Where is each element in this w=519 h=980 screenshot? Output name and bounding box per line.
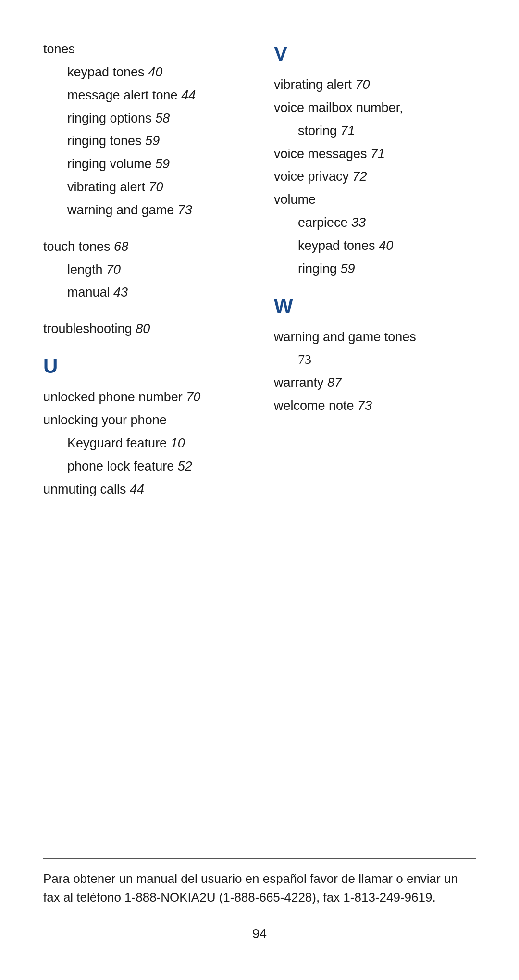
manual-entry: manual 43 <box>43 282 245 303</box>
warning-game-label: warning and game <box>67 203 178 217</box>
troubleshooting-entry: troubleshooting 80 <box>43 318 245 339</box>
vibrating-alert-entry: vibrating alert 70 <box>274 74 476 95</box>
voice-mailbox-entry: voice mailbox number, <box>274 97 476 118</box>
warning-game-tones-page: 73 <box>298 352 311 367</box>
warning-game-tones-label: warning and game tones <box>274 330 416 344</box>
ringing-right-entry: ringing 59 <box>274 258 476 279</box>
unmuting-calls-page: 44 <box>130 482 144 496</box>
touch-tones-label: touch tones <box>43 239 114 254</box>
ringing-options-entry: ringing options 58 <box>43 108 245 129</box>
page-number: 94 <box>43 927 476 942</box>
voice-messages-label: voice messages <box>274 147 371 161</box>
manual-label: manual <box>67 285 113 299</box>
voice-mailbox-label: voice mailbox number, <box>274 100 403 115</box>
touch-tones-entry: touch tones 68 <box>43 236 245 257</box>
storing-page: 71 <box>341 124 355 138</box>
touch-tones-page: 68 <box>114 239 128 254</box>
vibrating-alert-left-label: vibrating alert <box>67 180 149 194</box>
section-v-header: V <box>274 42 476 65</box>
voice-messages-page: 71 <box>371 147 385 161</box>
phone-lock-label: phone lock feature <box>67 459 178 473</box>
right-column: V vibrating alert 70 voice mailbox numbe… <box>274 38 476 515</box>
earpiece-label: earpiece <box>298 215 351 230</box>
ringing-tones-label: ringing tones <box>67 134 145 148</box>
section-w-header: W <box>274 295 476 318</box>
message-alert-tone-page: 44 <box>181 88 196 102</box>
earpiece-entry: earpiece 33 <box>274 212 476 233</box>
footer-text: Para obtener un manual del usuario en es… <box>43 869 476 907</box>
two-column-layout: tones keypad tones 40 message alert tone… <box>43 38 476 515</box>
ringing-tones-page: 59 <box>145 134 160 148</box>
warning-game-entry: warning and game 73 <box>43 199 245 221</box>
keypad-tones-right-entry: keypad tones 40 <box>274 235 476 256</box>
ringing-right-page: 59 <box>341 261 355 276</box>
voice-privacy-entry: voice privacy 72 <box>274 166 476 187</box>
ringing-volume-entry: ringing volume 59 <box>43 153 245 174</box>
unmuting-calls-label: unmuting calls <box>43 482 130 496</box>
unlocked-phone-page: 70 <box>186 390 200 404</box>
section-w: W warning and game tones 73 warranty 87 … <box>274 295 476 416</box>
vibrating-alert-left-entry: vibrating alert 70 <box>43 176 245 198</box>
tones-section: tones keypad tones 40 message alert tone… <box>43 38 245 221</box>
troubleshooting-label: troubleshooting <box>43 322 136 336</box>
tones-label: tones <box>43 42 75 56</box>
unlocking-phone-label: unlocking your phone <box>43 413 167 427</box>
storing-entry: storing 71 <box>274 120 476 141</box>
manual-page: 43 <box>113 285 128 299</box>
phone-lock-page: 52 <box>178 459 192 473</box>
ringing-tones-entry: ringing tones 59 <box>43 130 245 151</box>
warranty-page: 87 <box>327 375 342 390</box>
welcome-note-page: 73 <box>358 398 372 413</box>
troubleshooting-page: 80 <box>136 322 150 336</box>
footer-area: Para obtener un manual del usuario en es… <box>43 858 476 942</box>
tones-header-entry: tones <box>43 38 245 60</box>
keypad-tones-label: keypad tones <box>67 65 148 79</box>
vibrating-alert-page: 70 <box>356 77 370 92</box>
warning-game-tones-page-entry: 73 <box>274 349 476 370</box>
length-entry: length 70 <box>43 259 245 280</box>
length-label: length <box>67 262 106 277</box>
ringing-options-page: 58 <box>155 111 170 125</box>
welcome-note-entry: welcome note 73 <box>274 395 476 416</box>
vibrating-alert-label: vibrating alert <box>274 77 356 92</box>
message-alert-tone-label: message alert tone <box>67 88 181 102</box>
unlocking-phone-entry: unlocking your phone <box>43 409 245 431</box>
earpiece-page: 33 <box>351 215 366 230</box>
ringing-options-label: ringing options <box>67 111 155 125</box>
welcome-note-label: welcome note <box>274 398 358 413</box>
keypad-tones-right-page: 40 <box>379 238 393 253</box>
footer-divider-top <box>43 858 476 859</box>
section-u: U unlocked phone number 70 unlocking you… <box>43 355 245 499</box>
storing-label: storing <box>298 124 341 138</box>
volume-label: volume <box>274 192 316 207</box>
ringing-right-label: ringing <box>298 261 341 276</box>
keypad-tones-right-label: keypad tones <box>298 238 379 253</box>
ringing-volume-page: 59 <box>155 157 170 171</box>
voice-messages-entry: voice messages 71 <box>274 143 476 164</box>
unmuting-calls-entry: unmuting calls 44 <box>43 479 245 500</box>
volume-header-entry: volume <box>274 189 476 210</box>
left-column: tones keypad tones 40 message alert tone… <box>43 38 245 515</box>
warranty-label: warranty <box>274 375 327 390</box>
warranty-entry: warranty 87 <box>274 372 476 393</box>
length-page: 70 <box>106 262 121 277</box>
unlocked-phone-entry: unlocked phone number 70 <box>43 386 245 408</box>
warning-game-tones-entry: warning and game tones <box>274 326 476 347</box>
keyguard-label: Keyguard feature <box>67 436 171 450</box>
keypad-tones-entry: keypad tones 40 <box>43 62 245 83</box>
keyguard-page: 10 <box>171 436 185 450</box>
ringing-volume-label: ringing volume <box>67 157 155 171</box>
section-v: V vibrating alert 70 voice mailbox numbe… <box>274 42 476 279</box>
troubleshooting-section: troubleshooting 80 <box>43 318 245 339</box>
message-alert-tone-entry: message alert tone 44 <box>43 85 245 106</box>
section-u-header: U <box>43 355 245 378</box>
vibrating-alert-left-page: 70 <box>149 180 163 194</box>
warning-game-page: 73 <box>178 203 192 217</box>
voice-privacy-label: voice privacy <box>274 169 353 184</box>
footer-divider-bottom <box>43 918 476 918</box>
unlocked-phone-label: unlocked phone number <box>43 390 186 404</box>
voice-privacy-page: 72 <box>353 169 367 184</box>
keypad-tones-page: 40 <box>148 65 162 79</box>
page: tones keypad tones 40 message alert tone… <box>0 0 519 980</box>
touch-tones-section: touch tones 68 length 70 manual 43 <box>43 236 245 303</box>
